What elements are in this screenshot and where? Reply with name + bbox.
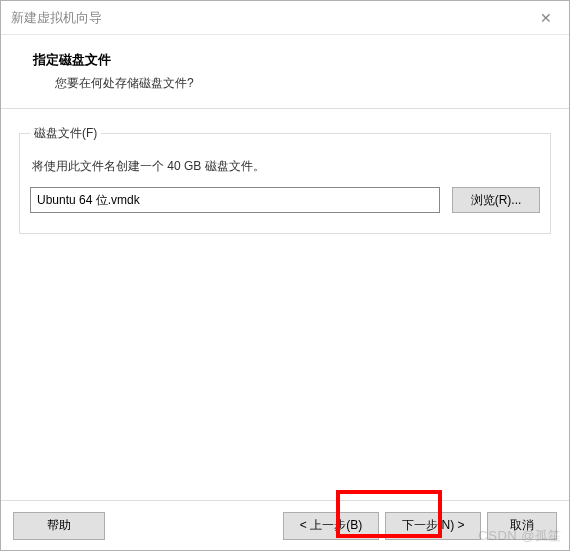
browse-button[interactable]: 浏览(R)...	[452, 187, 540, 213]
window-title: 新建虚拟机向导	[11, 9, 102, 27]
wizard-content: 磁盘文件(F) 将使用此文件名创建一个 40 GB 磁盘文件。 浏览(R)...	[1, 109, 569, 500]
wizard-footer: 帮助 < 上一步(B) 下一步(N) > 取消	[1, 500, 569, 550]
page-title: 指定磁盘文件	[33, 51, 543, 69]
page-subtitle: 您要在何处存储磁盘文件?	[55, 75, 543, 92]
cancel-button[interactable]: 取消	[487, 512, 557, 540]
help-button[interactable]: 帮助	[13, 512, 105, 540]
file-row: 浏览(R)...	[30, 187, 540, 213]
close-button[interactable]: ✕	[523, 1, 569, 34]
disk-file-group: 磁盘文件(F) 将使用此文件名创建一个 40 GB 磁盘文件。 浏览(R)...	[19, 125, 551, 234]
group-description: 将使用此文件名创建一个 40 GB 磁盘文件。	[32, 158, 540, 175]
group-legend: 磁盘文件(F)	[30, 125, 101, 142]
wizard-window: 新建虚拟机向导 ✕ 指定磁盘文件 您要在何处存储磁盘文件? 磁盘文件(F) 将使…	[0, 0, 570, 551]
wizard-header: 指定磁盘文件 您要在何处存储磁盘文件?	[1, 35, 569, 109]
next-button[interactable]: 下一步(N) >	[385, 512, 481, 540]
titlebar: 新建虚拟机向导 ✕	[1, 1, 569, 35]
disk-file-input[interactable]	[30, 187, 440, 213]
back-button[interactable]: < 上一步(B)	[283, 512, 379, 540]
close-icon: ✕	[540, 10, 552, 26]
